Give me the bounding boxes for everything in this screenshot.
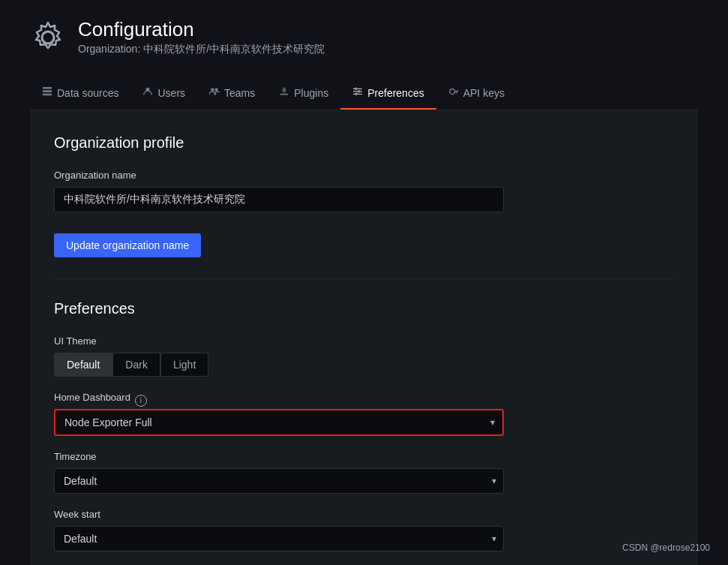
tab-data-sources[interactable]: Data sources bbox=[30, 77, 130, 110]
week-start-group: Week start Default Sunday Monday Saturda… bbox=[54, 509, 674, 551]
tab-plugins-label: Plugins bbox=[294, 87, 328, 99]
svg-point-12 bbox=[358, 90, 361, 93]
home-dashboard-select[interactable]: Node Exporter Full Default None bbox=[55, 410, 502, 434]
preferences-title: Preferences bbox=[54, 300, 674, 317]
svg-rect-2 bbox=[43, 90, 52, 92]
header-text: Configuration Organization: 中科院软件所/中科南京软… bbox=[78, 18, 325, 56]
page-subtitle: Organization: 中科院软件所/中科南京软件技术研究院 bbox=[78, 43, 325, 56]
home-dashboard-label: Home Dashboard bbox=[54, 392, 130, 403]
api-keys-icon bbox=[448, 86, 459, 99]
week-start-label: Week start bbox=[54, 509, 674, 520]
svg-point-5 bbox=[211, 88, 214, 91]
svg-rect-1 bbox=[43, 87, 52, 89]
ui-theme-group: UI Theme Default Dark Light bbox=[54, 335, 674, 377]
week-start-select-wrapper: Default Sunday Monday Saturday ▾ bbox=[54, 526, 504, 551]
svg-rect-7 bbox=[280, 94, 289, 95]
org-name-group: Organization name bbox=[54, 170, 674, 212]
nav-tabs: Data sources Users Teams Plugins Prefere… bbox=[30, 77, 698, 110]
svg-point-0 bbox=[42, 32, 54, 44]
preferences-section: Preferences UI Theme Default Dark Light … bbox=[54, 300, 674, 565]
page-header: Configuration Organization: 中科院软件所/中科南京软… bbox=[30, 18, 698, 56]
home-dashboard-info-icon[interactable]: i bbox=[135, 395, 147, 407]
svg-point-11 bbox=[355, 88, 358, 91]
page-title: Configuration bbox=[78, 18, 325, 41]
theme-dark-button[interactable]: Dark bbox=[112, 353, 160, 377]
tab-preferences-label: Preferences bbox=[367, 87, 424, 99]
org-name-label: Organization name bbox=[54, 170, 674, 181]
timezone-label: Timezone bbox=[54, 451, 674, 462]
ui-theme-label: UI Theme bbox=[54, 335, 674, 347]
preferences-icon bbox=[352, 86, 363, 99]
org-profile-section: Organization profile Organization name U… bbox=[54, 134, 674, 257]
org-name-input[interactable] bbox=[54, 187, 504, 212]
tab-api-keys-label: API keys bbox=[463, 87, 505, 99]
tab-data-sources-label: Data sources bbox=[57, 87, 118, 99]
home-dashboard-select-wrapper: Node Exporter Full Default None ▾ bbox=[54, 409, 504, 436]
svg-point-6 bbox=[214, 88, 217, 91]
svg-point-13 bbox=[355, 93, 358, 96]
data-sources-icon bbox=[42, 86, 52, 99]
timezone-group: Timezone Default UTC Browser Time ▾ bbox=[54, 451, 674, 494]
tab-api-keys[interactable]: API keys bbox=[436, 77, 517, 110]
watermark: CSDN @redrose2100 bbox=[622, 542, 710, 553]
tab-teams[interactable]: Teams bbox=[197, 77, 267, 110]
tab-users[interactable]: Users bbox=[130, 77, 197, 110]
svg-rect-3 bbox=[43, 94, 52, 96]
theme-default-button[interactable]: Default bbox=[54, 353, 112, 377]
theme-button-group: Default Dark Light bbox=[54, 353, 674, 377]
tab-teams-label: Teams bbox=[224, 87, 255, 99]
theme-light-button[interactable]: Light bbox=[160, 353, 208, 377]
update-org-name-button[interactable]: Update organization name bbox=[54, 233, 201, 257]
tab-preferences[interactable]: Preferences bbox=[340, 77, 436, 110]
org-profile-title: Organization profile bbox=[54, 134, 674, 152]
tab-plugins[interactable]: Plugins bbox=[267, 77, 340, 110]
teams-icon bbox=[209, 86, 220, 99]
tab-users-label: Users bbox=[157, 87, 185, 99]
main-content: Organization profile Organization name U… bbox=[30, 110, 698, 565]
config-icon bbox=[30, 20, 66, 56]
section-divider bbox=[54, 278, 674, 279]
home-dashboard-group: Home Dashboard i Node Exporter Full Defa… bbox=[54, 392, 674, 436]
week-start-select[interactable]: Default Sunday Monday Saturday bbox=[54, 526, 504, 551]
users-icon bbox=[142, 86, 153, 99]
plugins-icon bbox=[279, 86, 289, 99]
timezone-select-wrapper: Default UTC Browser Time ▾ bbox=[54, 468, 504, 494]
timezone-select[interactable]: Default UTC Browser Time bbox=[54, 468, 504, 494]
